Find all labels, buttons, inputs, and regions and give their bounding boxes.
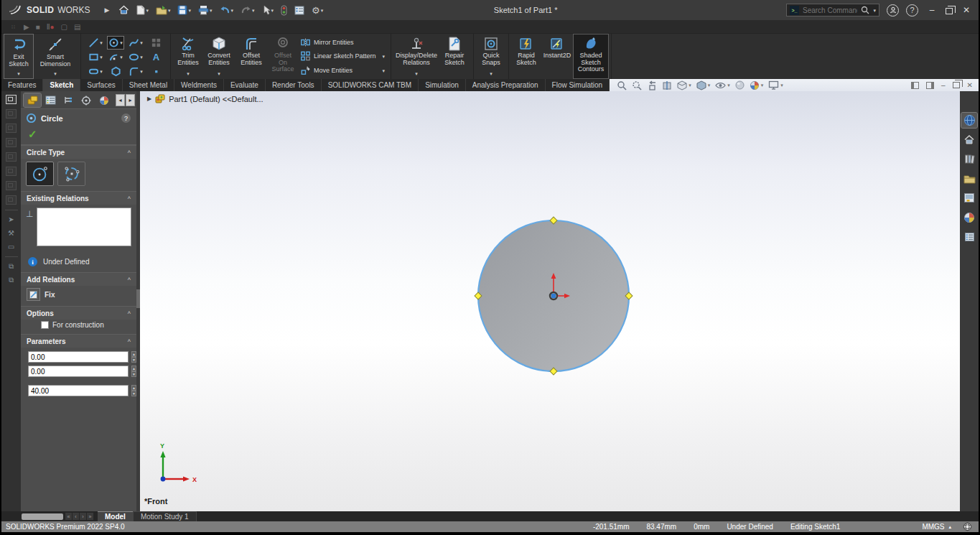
collapse-chevron-icon[interactable]: ^ xyxy=(128,195,131,203)
view-cube-icon[interactable] xyxy=(6,138,17,147)
menu-expand-icon[interactable]: ▶ xyxy=(105,6,110,14)
tab-simulation[interactable]: Simulation xyxy=(419,79,466,91)
dropdown-caret-icon[interactable]: ▾ xyxy=(168,8,171,13)
tab-sheet-metal[interactable]: Sheet Metal xyxy=(123,79,174,91)
nav-prev-icon[interactable]: ‹ xyxy=(73,513,79,520)
login-user-icon[interactable] xyxy=(887,4,899,17)
select-tool-icon[interactable]: ➤ xyxy=(8,215,14,224)
macro-new-icon[interactable]: ▢ xyxy=(61,23,67,31)
macro-record-icon[interactable]: Ⅱ● xyxy=(47,23,55,31)
close-button[interactable]: ✕ xyxy=(960,5,973,15)
dropdown-caret-icon[interactable]: ▾ xyxy=(382,54,385,59)
collapse-chevron-icon[interactable]: ^ xyxy=(128,149,131,157)
tab-weldments[interactable]: Weldments xyxy=(174,79,224,91)
doc-minimize-button[interactable]: – xyxy=(941,81,946,89)
move-entities-button[interactable]: Move Entities ▾ xyxy=(300,64,386,77)
dropdown-caret-icon[interactable]: ▾ xyxy=(689,83,691,88)
relations-listbox[interactable] xyxy=(37,208,131,246)
view-cube-icon[interactable] xyxy=(6,167,17,176)
dropdown-caret-icon[interactable]: ▾ xyxy=(321,8,324,13)
tab-flow-simulation[interactable]: Flow Simulation xyxy=(546,79,610,91)
dropdown-caret-icon[interactable]: ▾ xyxy=(146,8,149,13)
view-cube-icon[interactable] xyxy=(6,181,17,190)
view-cube-icon[interactable] xyxy=(6,195,17,205)
tab-render-tools[interactable]: Render Tools xyxy=(266,79,322,91)
instant2d-button[interactable]: Instant2D xyxy=(541,34,574,78)
file-explorer-tab[interactable] xyxy=(961,171,977,186)
minimize-button[interactable]: – xyxy=(925,5,938,15)
model-tab[interactable]: Model xyxy=(98,511,133,521)
display-icon[interactable]: ▭ xyxy=(8,243,14,251)
center-y-spinner[interactable]: ▲▼ xyxy=(131,366,136,377)
spinner-up-icon[interactable]: ▲ xyxy=(131,385,136,391)
hide-show-items-button[interactable]: ▾ xyxy=(715,81,730,90)
collapse-right-pane-icon[interactable] xyxy=(926,82,934,89)
manager-tab-scroll-left[interactable]: ◂ xyxy=(116,94,125,106)
doc-restore-button[interactable] xyxy=(953,82,960,88)
spinner-down-icon[interactable]: ▼ xyxy=(131,357,136,363)
redo-button[interactable]: ▾ xyxy=(238,4,257,17)
appearances-scenes-tab[interactable] xyxy=(961,210,977,225)
display-style-button[interactable]: ▾ xyxy=(696,80,711,90)
dropdown-caret-icon[interactable]: ▾ xyxy=(187,71,190,77)
dropdown-caret-icon[interactable]: ▾ xyxy=(708,83,711,88)
dropdown-caret-icon[interactable]: ▾ xyxy=(100,40,103,45)
ok-button[interactable]: ✓ xyxy=(28,128,37,140)
manager-tab-scroll-right[interactable]: ▸ xyxy=(126,94,135,106)
rapid-sketch-button[interactable]: Rapid Sketch xyxy=(512,34,541,78)
doc-close-button[interactable]: ✕ xyxy=(967,81,973,89)
solidworks-logo[interactable]: SOLIDWORKS xyxy=(1,0,98,20)
section-view-icon[interactable] xyxy=(662,80,672,90)
new-document-button[interactable]: ▾ xyxy=(134,4,151,17)
for-construction-checkbox[interactable] xyxy=(41,321,49,329)
center-x-input[interactable] xyxy=(28,351,129,363)
configuration-manager-tab[interactable] xyxy=(60,93,77,107)
tab-sketch[interactable]: Sketch xyxy=(43,79,80,91)
collapse-chevron-icon[interactable]: ^ xyxy=(128,276,131,284)
view-cube-icon[interactable] xyxy=(6,95,17,104)
dropdown-caret-icon[interactable]: ▾ xyxy=(100,69,103,74)
spinner-up-icon[interactable]: ▲ xyxy=(131,366,136,371)
display-manager-tab[interactable] xyxy=(95,93,113,107)
slot-tool[interactable]: ▾ xyxy=(88,65,103,78)
nav-last-icon[interactable]: » xyxy=(87,513,93,520)
dropdown-caret-icon[interactable]: ▾ xyxy=(490,71,493,77)
zoom-fit-icon[interactable] xyxy=(617,80,627,90)
linear-sketch-pattern-button[interactable]: Linear Sketch Pattern ▾ xyxy=(300,50,386,62)
dropdown-caret-icon[interactable]: ▾ xyxy=(100,55,103,60)
quick-snaps-button[interactable]: Quick Snaps ▾ xyxy=(477,34,505,78)
collapse-chevron-icon[interactable]: ^ xyxy=(128,338,131,345)
dimxpert-manager-tab[interactable] xyxy=(78,93,95,107)
repair-sketch-button[interactable]: Repair Sketch xyxy=(439,34,470,78)
apply-scene-button[interactable]: ▾ xyxy=(750,80,764,90)
section-circle-type[interactable]: Circle Type ^ xyxy=(21,145,136,159)
print-button[interactable]: ▾ xyxy=(196,4,215,17)
help-button[interactable]: ? xyxy=(906,4,918,17)
collapse-chevron-icon[interactable]: ^ xyxy=(128,310,131,317)
dropdown-caret-icon[interactable]: ▾ xyxy=(210,8,213,13)
mirror-entities-button[interactable]: Mirror Entities xyxy=(300,36,386,49)
centerpoint-arc-tool[interactable]: ▾ xyxy=(108,51,123,63)
point-tool[interactable] xyxy=(150,65,162,78)
dropdown-caret-icon[interactable]: ▾ xyxy=(780,83,783,88)
dropdown-caret-icon[interactable]: ▾ xyxy=(218,71,220,77)
dropdown-caret-icon[interactable]: ▾ xyxy=(271,8,274,13)
section-parameters[interactable]: Parameters ^ xyxy=(21,334,136,348)
nav-first-icon[interactable]: « xyxy=(65,513,72,520)
ellipse-tool[interactable]: ▾ xyxy=(128,51,144,63)
view-cube-icon[interactable] xyxy=(6,109,17,118)
unit-system-selector[interactable]: MMGS ▴ xyxy=(913,523,960,531)
smart-dimension-button[interactable]: Smart Dimension ▾ xyxy=(33,34,78,78)
radius-spinner[interactable]: ▲▼ xyxy=(131,385,136,396)
spline-tool[interactable]: ▾ xyxy=(128,37,144,49)
undo-button[interactable]: ▾ xyxy=(218,4,236,17)
feature-manager-tab[interactable] xyxy=(42,93,59,107)
nav-next-icon[interactable]: › xyxy=(80,513,86,520)
dropdown-caret-icon[interactable]: ▾ xyxy=(415,71,418,77)
perimeter-circle-button[interactable] xyxy=(57,162,85,186)
edit-appearance-button[interactable] xyxy=(735,80,745,90)
fix-relation-icon[interactable] xyxy=(27,288,40,301)
section-existing-relations[interactable]: Existing Relations ^ xyxy=(21,191,136,205)
center-circle-button[interactable] xyxy=(26,162,54,186)
sketch-fillet-tool[interactable]: ▾ xyxy=(128,65,144,78)
